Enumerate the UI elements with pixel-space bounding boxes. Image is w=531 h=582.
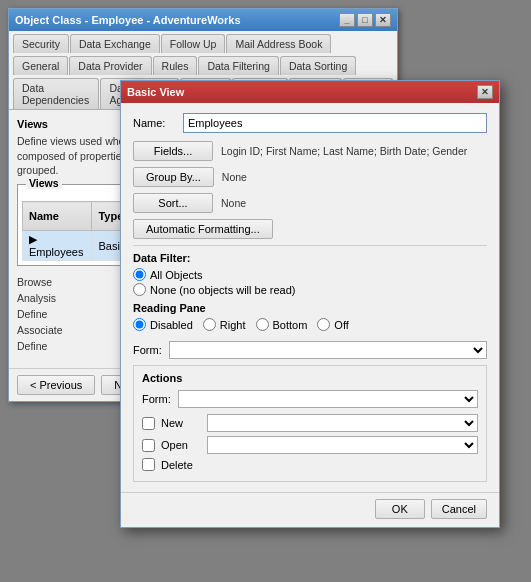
name-input[interactable] [183,113,487,133]
tab-data-sorting[interactable]: Data Sorting [280,56,356,75]
groupby-row: Group By... None [133,167,487,187]
sort-button[interactable]: Sort... [133,193,213,213]
actions-section: Actions Form: New Open Delete [133,365,487,482]
radio-none: None (no objects will be read) [133,283,487,296]
dialog-footer: OK Cancel [121,492,499,527]
rp-bottom: Bottom [256,318,308,331]
action-delete-row: Delete [142,458,478,471]
minimize-btn[interactable]: _ [339,13,355,27]
rp-off: Off [317,318,348,331]
name-row: Name: [133,113,487,133]
form-select-rp[interactable] [169,341,487,359]
action-open-label: Open [161,439,201,451]
action-delete-label: Delete [161,459,201,471]
actions-title: Actions [142,372,478,384]
ok-button[interactable]: OK [375,499,425,519]
tab-follow-up[interactable]: Follow Up [161,34,226,53]
actions-form-label: Form: [142,393,172,405]
action-new-select[interactable] [207,414,478,432]
close-btn[interactable]: ✕ [375,13,391,27]
action-open-row: Open [142,436,478,454]
tab-row-1: Security Data Exchange Follow Up Mail Ad… [9,31,397,53]
window-controls: _ □ ✕ [339,13,391,27]
actions-form-select[interactable] [178,390,478,408]
name-label: Name: [133,117,183,129]
groupby-info: None [222,171,487,183]
tab-general[interactable]: General [13,56,68,75]
tab-data-provider[interactable]: Data Provider [69,56,151,75]
tab-row-2: General Data Provider Rules Data Filteri… [9,53,397,75]
tab-security[interactable]: Security [13,34,69,53]
fields-info: Login ID; First Name; Last Name; Birth D… [221,145,487,157]
rp-bottom-label: Bottom [273,319,308,331]
reading-pane-form-row: Form: [133,341,487,359]
data-filter-label: Data Filter: [133,252,487,264]
sort-info: None [221,197,487,209]
main-titlebar: Object Class - Employee - AdventureWorks… [9,9,397,31]
action-new-row: New [142,414,478,432]
previous-button[interactable]: < Previous [17,375,95,395]
maximize-btn[interactable]: □ [357,13,373,27]
radio-none-label: None (no objects will be read) [150,284,296,296]
rp-bottom-input[interactable] [256,318,269,331]
separator-1 [133,245,487,246]
tab-data-exchange[interactable]: Data Exchange [70,34,160,53]
sort-row: Sort... None [133,193,487,213]
basic-view-dialog: Basic View ✕ Name: Fields... Login ID; F… [120,80,500,528]
rp-disabled: Disabled [133,318,193,331]
dialog-controls: ✕ [477,85,493,99]
tab-data-filtering[interactable]: Data Filtering [198,56,278,75]
fields-button[interactable]: Fields... [133,141,213,161]
auto-formatting-button[interactable]: Automatic Formatting... [133,219,273,239]
rp-disabled-input[interactable] [133,318,146,331]
col-name: Name [23,202,92,231]
actions-form-row: Form: [142,390,478,408]
fields-row: Fields... Login ID; First Name; Last Nam… [133,141,487,161]
data-filter-group: All Objects None (no objects will be rea… [133,268,487,296]
radio-all-objects-label: All Objects [150,269,203,281]
rp-disabled-label: Disabled [150,319,193,331]
main-window-title: Object Class - Employee - AdventureWorks [15,14,241,26]
rp-off-label: Off [334,319,348,331]
tab-mail-address-book[interactable]: Mail Address Book [226,34,331,53]
rp-off-input[interactable] [317,318,330,331]
action-open-select[interactable] [207,436,478,454]
cancel-button[interactable]: Cancel [431,499,487,519]
rp-right: Right [203,318,246,331]
dialog-titlebar: Basic View ✕ [121,81,499,103]
tab-data-dependencies[interactable]: Data Dependencies [13,78,99,109]
action-new-checkbox[interactable] [142,417,155,430]
rp-right-label: Right [220,319,246,331]
rp-right-input[interactable] [203,318,216,331]
radio-all-objects-input[interactable] [133,268,146,281]
action-delete-checkbox[interactable] [142,458,155,471]
form-label-rp: Form: [133,344,163,356]
views-box-title: Views [26,177,62,189]
action-open-checkbox[interactable] [142,439,155,452]
dialog-close-btn[interactable]: ✕ [477,85,493,99]
dialog-title: Basic View [127,86,184,98]
dialog-content: Name: Fields... Login ID; First Name; La… [121,103,499,492]
reading-pane-label: Reading Pane [133,302,487,314]
groupby-button[interactable]: Group By... [133,167,214,187]
radio-all-objects: All Objects [133,268,487,281]
tab-rules[interactable]: Rules [153,56,198,75]
action-new-label: New [161,417,201,429]
radio-none-input[interactable] [133,283,146,296]
reading-pane-options: Disabled Right Bottom Off [133,318,487,333]
row-name: ▶ Employees [23,231,92,261]
auto-formatting-row: Automatic Formatting... [133,219,487,239]
